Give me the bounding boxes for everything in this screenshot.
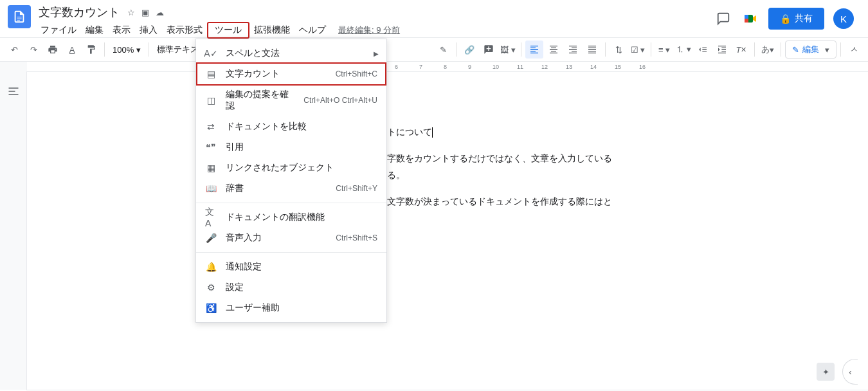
align-center-button[interactable] (545, 41, 563, 59)
tools-menu-item-bell[interactable]: 🔔通知設定 (196, 257, 386, 277)
menu-item-shortcut: Ctrl+Shift+Y (336, 184, 377, 193)
menu-item-shortcut: Ctrl+Alt+O Ctrl+Alt+U (303, 96, 377, 105)
menu-extensions[interactable]: 拡張機能 (249, 22, 294, 39)
menu-item-label: ユーザー補助 (226, 302, 377, 314)
tools-menu-item-count[interactable]: ▤文字カウントCtrl+Shift+C (196, 62, 386, 86)
tools-dropdown: A✓スペルと文法▶▤文字カウントCtrl+Shift+C◫編集の提案を確認Ctr… (195, 39, 387, 323)
toolbar: ↶ ↷ A 100% ▾ 標準テキス... ✎ 🔗 🖼 ▾ ⇅ ☑ ▾ ≡ ▾ … (0, 37, 868, 62)
pencil-icon: ✎ (792, 45, 799, 55)
account-avatar[interactable]: K (833, 8, 854, 29)
spellcheck-button[interactable]: A (63, 41, 81, 59)
ruler-tick: 11 (517, 64, 523, 70)
star-icon[interactable]: ☆ (127, 8, 135, 17)
meet-icon[interactable] (741, 10, 759, 28)
tools-menu-item-gear[interactable]: ⚙設定 (196, 277, 386, 298)
side-panel-toggle[interactable]: ‹ (842, 359, 858, 385)
checklist-button[interactable]: ☑ ▾ (629, 41, 647, 59)
menu-format[interactable]: 表示形式 (162, 22, 207, 39)
doc-line: 文字数が決まっているドキュメントを作成する際にはと (387, 196, 612, 206)
menu-view[interactable]: 表示 (108, 22, 135, 39)
last-edit-link[interactable]: 最終編集: 9 分前 (338, 24, 400, 36)
align-right-button[interactable] (564, 41, 582, 59)
tools-menu-item-quote[interactable]: ❝❞引用 (196, 137, 386, 158)
redo-button[interactable]: ↷ (24, 41, 42, 59)
lock-icon: 🔒 (780, 14, 791, 24)
menu-item-label: 文字カウント (226, 68, 327, 80)
move-icon[interactable]: ▣ (141, 8, 149, 17)
highlight-color-button[interactable]: ✎ (434, 41, 452, 59)
tools-menu-item-review[interactable]: ◫編集の提案を確認Ctrl+Alt+O Ctrl+Alt+U (196, 84, 386, 116)
svg-rect-2 (745, 19, 748, 23)
ruler-tick: 16 (639, 64, 646, 70)
tools-menu-item-linked[interactable]: ▦リンクされたオブジェクト (196, 158, 386, 178)
tools-menu-item-accessibility[interactable]: ♿ユーザー補助 (196, 298, 386, 318)
tools-menu-item-compare[interactable]: ⇄ドキュメントを比較 (196, 116, 386, 137)
line-spacing-button[interactable]: ⇅ (610, 41, 628, 59)
numbered-list-button[interactable]: ⒈ ▾ (674, 41, 692, 59)
editing-mode-label: 編集 (802, 44, 819, 55)
ruler-tick: 13 (566, 64, 572, 70)
doc-line: トについて (387, 127, 432, 137)
document-content[interactable]: トについて 字数をカウントするだけではなく、文章を入力しているる。 文字数が決ま… (387, 123, 804, 210)
insert-link-button[interactable]: 🔗 (460, 41, 478, 59)
hide-menus-button[interactable]: ㅅ (845, 41, 863, 59)
tools-menu-item-spellcheck[interactable]: A✓スペルと文法▶ (196, 43, 386, 64)
print-button[interactable] (44, 41, 62, 59)
menu-item-label: 編集の提案を確認 (226, 89, 294, 112)
horizontal-ruler[interactable]: 6 7 8 9 10 11 12 13 14 15 16 (27, 62, 868, 72)
ruler-tick: 14 (590, 64, 597, 70)
undo-button[interactable]: ↶ (5, 41, 23, 59)
explore-button[interactable]: ✦ (817, 363, 835, 381)
count-icon: ▤ (205, 68, 217, 80)
outline-toggle-icon[interactable] (7, 85, 20, 98)
decrease-indent-button[interactable] (694, 41, 712, 59)
ruler-tick: 9 (468, 64, 471, 70)
review-icon: ◫ (205, 95, 217, 106)
docs-logo[interactable] (8, 5, 31, 28)
comment-history-icon[interactable] (714, 10, 732, 28)
menu-item-label: 通知設定 (226, 261, 377, 273)
bell-icon: 🔔 (205, 261, 217, 273)
menu-item-shortcut: Ctrl+Shift+S (336, 233, 377, 242)
insert-image-button[interactable]: 🖼 ▾ (499, 41, 517, 59)
spellcheck-icon: A✓ (205, 48, 217, 59)
doc-line: 字数をカウントするだけではなく、文章を入力している (387, 153, 612, 163)
ruler-tick: 12 (541, 64, 548, 70)
editing-mode-select[interactable]: ✎ 編集 ▾ (785, 41, 836, 59)
menu-item-label: リンクされたオブジェクト (226, 162, 377, 174)
menu-item-label: 音声入力 (226, 232, 327, 244)
menu-item-label: 辞書 (226, 183, 327, 194)
share-button[interactable]: 🔒 共有 (768, 8, 824, 30)
zoom-select[interactable]: 100% ▾ (109, 43, 145, 57)
menu-item-label: 設定 (226, 282, 377, 293)
menu-insert[interactable]: 挿入 (135, 22, 162, 39)
tools-menu-item-dict[interactable]: 📖辞書Ctrl+Shift+Y (196, 178, 386, 199)
bulleted-list-button[interactable]: ≡ ▾ (655, 41, 673, 59)
menu-edit[interactable]: 編集 (81, 22, 108, 39)
clear-formatting-button[interactable]: T✕ (732, 41, 750, 59)
quote-icon: ❝❞ (205, 141, 217, 153)
menu-help[interactable]: ヘルプ (294, 22, 330, 39)
gear-icon: ⚙ (205, 282, 217, 293)
increase-indent-button[interactable] (713, 41, 731, 59)
document-page[interactable]: トについて 字数をカウントするだけではなく、文章を入力しているる。 文字数が決ま… (27, 72, 868, 390)
tools-menu-item-voice[interactable]: 🎤音声入力Ctrl+Shift+S (196, 228, 386, 248)
menu-tools[interactable]: ツール (207, 22, 249, 39)
menu-item-shortcut: Ctrl+Shift+C (336, 69, 377, 78)
align-left-button[interactable] (525, 41, 543, 59)
tools-menu-item-translate[interactable]: 文Aドキュメントの翻訳機能 (196, 207, 386, 228)
menu-item-label: 引用 (226, 141, 377, 153)
paint-format-button[interactable] (82, 41, 100, 59)
add-comment-button[interactable] (480, 41, 498, 59)
ruler-tick: 8 (444, 64, 447, 70)
linked-icon: ▦ (205, 162, 217, 174)
menu-file[interactable]: ファイル (36, 22, 81, 39)
cloud-icon[interactable]: ☁ (156, 8, 164, 17)
compare-icon: ⇄ (205, 121, 217, 132)
ruler-tick: 6 (395, 64, 398, 70)
submenu-arrow-icon: ▶ (374, 50, 379, 57)
input-tools-button[interactable]: あ ▾ (759, 41, 777, 59)
doc-title[interactable]: 文字数カウント (36, 4, 122, 21)
accessibility-icon: ♿ (205, 302, 217, 314)
align-justify-button[interactable] (583, 41, 601, 59)
